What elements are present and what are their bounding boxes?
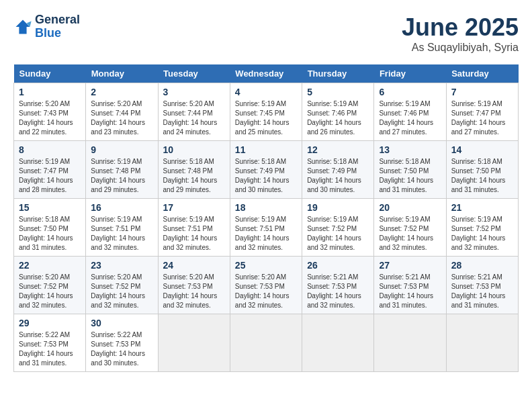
day-number: 24 bbox=[163, 260, 225, 271]
day-info: Sunrise: 5:21 AM Sunset: 7:53 PM Dayligh… bbox=[307, 273, 369, 310]
calendar-cell: 28 Sunrise: 5:21 AM Sunset: 7:53 PM Dayl… bbox=[446, 257, 518, 314]
col-tuesday: Tuesday bbox=[158, 64, 230, 83]
col-thursday: Thursday bbox=[302, 64, 374, 83]
calendar-header-row: Sunday Monday Tuesday Wednesday Thursday… bbox=[14, 64, 519, 83]
col-saturday: Saturday bbox=[446, 64, 518, 83]
calendar-table: Sunday Monday Tuesday Wednesday Thursday… bbox=[13, 64, 519, 372]
day-number: 5 bbox=[307, 87, 369, 97]
day-number: 17 bbox=[163, 202, 225, 213]
logo: General Blue bbox=[13, 13, 80, 40]
day-number: 6 bbox=[379, 87, 441, 97]
day-info: Sunrise: 5:18 AM Sunset: 7:49 PM Dayligh… bbox=[235, 157, 297, 195]
col-wednesday: Wednesday bbox=[230, 64, 302, 83]
calendar-cell: 26 Sunrise: 5:21 AM Sunset: 7:53 PM Dayl… bbox=[302, 257, 374, 314]
day-number: 1 bbox=[19, 87, 81, 97]
day-number: 9 bbox=[91, 144, 152, 155]
calendar-cell: 15 Sunrise: 5:18 AM Sunset: 7:50 PM Dayl… bbox=[14, 199, 86, 257]
calendar-cell: 7 Sunrise: 5:19 AM Sunset: 7:47 PM Dayli… bbox=[446, 83, 518, 141]
day-number: 27 bbox=[379, 260, 441, 271]
calendar-cell: 24 Sunrise: 5:20 AM Sunset: 7:53 PM Dayl… bbox=[158, 257, 230, 314]
day-number: 28 bbox=[451, 260, 513, 271]
day-number: 11 bbox=[235, 144, 297, 155]
day-info: Sunrise: 5:20 AM Sunset: 7:44 PM Dayligh… bbox=[91, 99, 152, 137]
day-number: 21 bbox=[451, 202, 513, 213]
calendar-cell: 12 Sunrise: 5:18 AM Sunset: 7:49 PM Dayl… bbox=[302, 141, 374, 199]
day-number: 7 bbox=[451, 87, 513, 97]
day-number: 10 bbox=[163, 144, 225, 155]
day-info: Sunrise: 5:19 AM Sunset: 7:47 PM Dayligh… bbox=[19, 157, 81, 195]
day-number: 14 bbox=[451, 144, 513, 155]
calendar-cell bbox=[230, 314, 302, 372]
calendar-cell: 25 Sunrise: 5:20 AM Sunset: 7:53 PM Dayl… bbox=[230, 257, 302, 314]
day-info: Sunrise: 5:22 AM Sunset: 7:53 PM Dayligh… bbox=[91, 330, 152, 368]
day-number: 15 bbox=[19, 202, 81, 213]
day-number: 8 bbox=[19, 144, 81, 155]
day-info: Sunrise: 5:19 AM Sunset: 7:52 PM Dayligh… bbox=[307, 215, 369, 253]
svg-marker-0 bbox=[16, 19, 30, 34]
calendar-cell: 13 Sunrise: 5:18 AM Sunset: 7:50 PM Dayl… bbox=[374, 141, 446, 199]
calendar-cell: 21 Sunrise: 5:19 AM Sunset: 7:52 PM Dayl… bbox=[446, 199, 518, 257]
calendar-cell bbox=[158, 314, 230, 372]
calendar-cell: 20 Sunrise: 5:19 AM Sunset: 7:52 PM Dayl… bbox=[374, 199, 446, 257]
day-number: 22 bbox=[19, 260, 81, 271]
day-info: Sunrise: 5:19 AM Sunset: 7:48 PM Dayligh… bbox=[91, 157, 152, 195]
day-info: Sunrise: 5:18 AM Sunset: 7:48 PM Dayligh… bbox=[163, 157, 225, 195]
col-monday: Monday bbox=[86, 64, 158, 83]
calendar-row-2: 8 Sunrise: 5:19 AM Sunset: 7:47 PM Dayli… bbox=[14, 141, 519, 199]
calendar-row-3: 15 Sunrise: 5:18 AM Sunset: 7:50 PM Dayl… bbox=[14, 199, 519, 257]
day-info: Sunrise: 5:22 AM Sunset: 7:53 PM Dayligh… bbox=[19, 330, 81, 368]
calendar-cell: 18 Sunrise: 5:19 AM Sunset: 7:51 PM Dayl… bbox=[230, 199, 302, 257]
day-info: Sunrise: 5:19 AM Sunset: 7:45 PM Dayligh… bbox=[235, 99, 297, 137]
location: As Suqaylibiyah, Syria bbox=[402, 42, 519, 54]
calendar-cell: 1 Sunrise: 5:20 AM Sunset: 7:43 PM Dayli… bbox=[14, 83, 86, 141]
day-info: Sunrise: 5:19 AM Sunset: 7:51 PM Dayligh… bbox=[91, 215, 152, 253]
calendar-cell: 22 Sunrise: 5:20 AM Sunset: 7:52 PM Dayl… bbox=[14, 257, 86, 314]
day-number: 20 bbox=[379, 202, 441, 213]
day-number: 12 bbox=[307, 144, 369, 155]
day-info: Sunrise: 5:20 AM Sunset: 7:52 PM Dayligh… bbox=[91, 273, 152, 310]
calendar-cell: 30 Sunrise: 5:22 AM Sunset: 7:53 PM Dayl… bbox=[86, 314, 158, 372]
calendar-cell: 5 Sunrise: 5:19 AM Sunset: 7:46 PM Dayli… bbox=[302, 83, 374, 141]
day-info: Sunrise: 5:18 AM Sunset: 7:49 PM Dayligh… bbox=[307, 157, 369, 195]
day-number: 4 bbox=[235, 87, 297, 97]
day-number: 16 bbox=[91, 202, 152, 213]
calendar-cell: 23 Sunrise: 5:20 AM Sunset: 7:52 PM Dayl… bbox=[86, 257, 158, 314]
day-info: Sunrise: 5:19 AM Sunset: 7:51 PM Dayligh… bbox=[235, 215, 297, 253]
title-block: June 2025 As Suqaylibiyah, Syria bbox=[402, 13, 519, 54]
day-info: Sunrise: 5:21 AM Sunset: 7:53 PM Dayligh… bbox=[451, 273, 513, 310]
calendar-cell: 27 Sunrise: 5:21 AM Sunset: 7:53 PM Dayl… bbox=[374, 257, 446, 314]
month-title: June 2025 bbox=[402, 13, 519, 42]
day-number: 25 bbox=[235, 260, 297, 271]
day-info: Sunrise: 5:21 AM Sunset: 7:53 PM Dayligh… bbox=[379, 273, 441, 310]
day-number: 2 bbox=[91, 87, 152, 97]
calendar-cell: 11 Sunrise: 5:18 AM Sunset: 7:49 PM Dayl… bbox=[230, 141, 302, 199]
calendar-cell bbox=[302, 314, 374, 372]
day-info: Sunrise: 5:19 AM Sunset: 7:46 PM Dayligh… bbox=[379, 99, 441, 137]
calendar-cell: 14 Sunrise: 5:18 AM Sunset: 7:50 PM Dayl… bbox=[446, 141, 518, 199]
day-number: 29 bbox=[19, 318, 81, 328]
col-friday: Friday bbox=[374, 64, 446, 83]
day-number: 19 bbox=[307, 202, 369, 213]
page-header: General Blue June 2025 As Suqaylibiyah, … bbox=[13, 13, 519, 54]
calendar-cell bbox=[374, 314, 446, 372]
logo-icon bbox=[13, 17, 32, 36]
calendar-cell: 29 Sunrise: 5:22 AM Sunset: 7:53 PM Dayl… bbox=[14, 314, 86, 372]
calendar-cell: 17 Sunrise: 5:19 AM Sunset: 7:51 PM Dayl… bbox=[158, 199, 230, 257]
day-info: Sunrise: 5:18 AM Sunset: 7:50 PM Dayligh… bbox=[19, 215, 81, 253]
day-info: Sunrise: 5:19 AM Sunset: 7:46 PM Dayligh… bbox=[307, 99, 369, 137]
day-info: Sunrise: 5:19 AM Sunset: 7:47 PM Dayligh… bbox=[451, 99, 513, 137]
calendar-cell: 4 Sunrise: 5:19 AM Sunset: 7:45 PM Dayli… bbox=[230, 83, 302, 141]
day-number: 30 bbox=[91, 318, 152, 328]
day-info: Sunrise: 5:20 AM Sunset: 7:43 PM Dayligh… bbox=[19, 99, 81, 137]
calendar-cell: 16 Sunrise: 5:19 AM Sunset: 7:51 PM Dayl… bbox=[86, 199, 158, 257]
calendar-cell: 9 Sunrise: 5:19 AM Sunset: 7:48 PM Dayli… bbox=[86, 141, 158, 199]
day-info: Sunrise: 5:18 AM Sunset: 7:50 PM Dayligh… bbox=[451, 157, 513, 195]
logo-text-blue: Blue bbox=[35, 27, 80, 40]
calendar-cell: 19 Sunrise: 5:19 AM Sunset: 7:52 PM Dayl… bbox=[302, 199, 374, 257]
day-info: Sunrise: 5:20 AM Sunset: 7:53 PM Dayligh… bbox=[235, 273, 297, 310]
day-info: Sunrise: 5:19 AM Sunset: 7:52 PM Dayligh… bbox=[379, 215, 441, 253]
day-info: Sunrise: 5:20 AM Sunset: 7:53 PM Dayligh… bbox=[163, 273, 225, 310]
day-info: Sunrise: 5:18 AM Sunset: 7:50 PM Dayligh… bbox=[379, 157, 441, 195]
day-number: 18 bbox=[235, 202, 297, 213]
calendar-row-4: 22 Sunrise: 5:20 AM Sunset: 7:52 PM Dayl… bbox=[14, 257, 519, 314]
